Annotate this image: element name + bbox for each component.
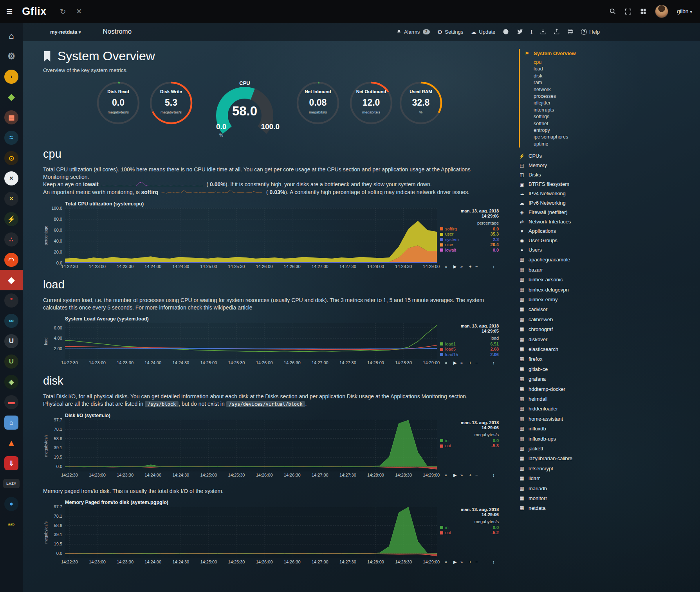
system-load-chart[interactable]: System Load Average (system.load) load 2… <box>43 316 519 367</box>
legend-row-nice[interactable]: nice20.4 <box>440 242 499 248</box>
app-icon-green-arrow[interactable]: ◆ <box>0 87 23 107</box>
twitter-icon[interactable] <box>516 29 523 35</box>
menu-section-link-btrfs-filesystem[interactable]: ▣BTRFS filesystem <box>519 180 617 189</box>
chart-toolbox-zoom-in-icon[interactable]: + <box>469 473 471 477</box>
menu-container-letsencrypt[interactable]: ▦letsencrypt <box>519 464 617 473</box>
chart-toolbox-forwards-icon[interactable]: » <box>460 360 463 365</box>
chart-toolbox-zoom-in-icon[interactable]: + <box>469 560 471 564</box>
chart-toolbox-play-icon[interactable]: ▶ <box>453 360 456 365</box>
menu-section-link-network-interfaces[interactable]: ⇄Network Interfaces <box>519 217 617 227</box>
refresh-icon[interactable]: ↻ <box>60 8 66 15</box>
user-menu[interactable]: gilbn ▾ <box>677 8 692 14</box>
menu-container-diskover[interactable]: ▦diskover <box>519 335 617 344</box>
menu-container-calibreweb[interactable]: ▦calibreweb <box>519 315 617 324</box>
app-icon-plex[interactable]: › <box>0 67 23 87</box>
app-icon-u-green-app[interactable]: U <box>0 351 23 372</box>
alarms-button[interactable]: Alarms2 <box>396 29 430 35</box>
app-icon-u-light-app[interactable]: U <box>0 331 23 351</box>
chart-toolbox-forwards-icon[interactable]: » <box>460 264 463 269</box>
menu-section-link-cpus[interactable]: ⚡CPUs <box>519 151 617 161</box>
chart-resize-handle-icon[interactable]: ↕ <box>493 473 495 477</box>
menu-sub-uptime[interactable]: uptime <box>534 141 617 148</box>
legend-row-out[interactable]: out-5.3 <box>440 443 499 449</box>
menu-container-firefox[interactable]: ▦firefox <box>519 354 617 364</box>
load-plot-area[interactable] <box>65 323 437 359</box>
legend-row-softirq[interactable]: softirq0.0 <box>440 227 499 232</box>
menu-container-apacheguacamole[interactable]: ▦apacheguacamole <box>519 255 617 265</box>
gauge-net-outbound[interactable]: Net Outbound12.0megabits/s <box>346 81 397 125</box>
chart-toolbox-backwards-icon[interactable]: « <box>445 360 447 365</box>
disk-io-chart[interactable]: Disk I/O (system.io) megabytes/s 0.019.5… <box>43 413 519 479</box>
chart-resize-handle-icon[interactable]: ↕ <box>493 560 495 564</box>
github-icon[interactable] <box>503 29 509 35</box>
menu-container-chronograf[interactable]: ▦chronograf <box>519 324 617 334</box>
menu-container-monitorr[interactable]: ▦monitorr <box>519 493 617 503</box>
legend-row-load15[interactable]: load152.06 <box>440 352 499 358</box>
app-icon-red-download[interactable]: ⇓ <box>0 453 23 473</box>
menu-container-influxdb[interactable]: ▦influxdb <box>519 424 617 434</box>
menu-section-link-ipv4-networking[interactable]: ☁IPv4 Networking <box>519 189 617 198</box>
legend-row-load1[interactable]: load16.51 <box>440 342 499 347</box>
menu-section-link-applications[interactable]: ♥Applications <box>519 227 617 236</box>
menu-container-home-assistant[interactable]: ▦home-assistant <box>519 414 617 424</box>
menu-section-link-firewall-netfilter-[interactable]: ◈Firewall (netfilter) <box>519 208 617 217</box>
gauge-disk-write[interactable]: Disk Write5.3megabytes/s <box>146 81 197 125</box>
chart-toolbox-forwards-icon[interactable]: » <box>460 473 463 477</box>
help-button[interactable]: ?Help <box>581 29 600 35</box>
chart-toolbox-backwards-icon[interactable]: « <box>445 560 447 564</box>
menu-sub-disk[interactable]: disk <box>534 73 617 79</box>
app-icon-guacamole[interactable]: ∴ <box>0 229 23 250</box>
gauge-cpu-gauge[interactable]: CPU58.00.0100.0% <box>206 81 284 140</box>
cpu-utilization-chart[interactable]: Total CPU utilization (system.cpu) perce… <box>43 201 519 270</box>
app-icon-kodi[interactable]: × <box>0 189 23 209</box>
gauge-net-inbound[interactable]: Net Inbound0.08megabits/s <box>292 81 343 125</box>
chart-resize-handle-icon[interactable]: ↕ <box>493 264 495 269</box>
avatar[interactable] <box>655 5 668 18</box>
menu-sub-load[interactable]: load <box>534 66 617 72</box>
menu-container-influxdb-ups[interactable]: ▦influxdb-ups <box>519 434 617 444</box>
app-icon-stack[interactable]: ▤ <box>0 107 23 128</box>
chart-toolbox-forwards-icon[interactable]: » <box>460 560 463 564</box>
search-icon[interactable] <box>609 8 616 15</box>
print-icon[interactable] <box>567 29 574 35</box>
menu-container-jackett[interactable]: ▦jackett <box>519 444 617 453</box>
menu-container-elasticsearch[interactable]: ▦elasticsearch <box>519 344 617 354</box>
facebook-icon[interactable]: f <box>530 29 532 35</box>
legend-row-out[interactable]: out-5.2 <box>440 530 499 536</box>
update-button[interactable]: ☁Update <box>471 29 495 35</box>
legend-row-system[interactable]: system2.3 <box>440 237 499 243</box>
chart-toolbox-play-icon[interactable]: ▶ <box>453 560 456 565</box>
menu-container-gitlab-ce[interactable]: ▦gitlab-ce <box>519 364 617 374</box>
menu-container-hiddenloader[interactable]: ▦hiddenloader <box>519 404 617 414</box>
disk-plot-area[interactable] <box>65 420 437 471</box>
menu-container-mariadb[interactable]: ▦mariadb <box>519 484 617 493</box>
app-icon-home[interactable]: ⌂ <box>0 26 23 46</box>
menu-container-binhex-delugevpn[interactable]: ▦binhex-delugevpn <box>519 285 617 295</box>
legend-row-load5[interactable]: load52.68 <box>440 347 499 352</box>
gauge-disk-read[interactable]: Disk Read0.0megabytes/s <box>93 81 144 125</box>
app-icon-heimdall[interactable]: ⌂ <box>0 412 23 433</box>
menu-container-cadvisor[interactable]: ▦cadvisor <box>519 304 617 314</box>
menu-section-link-memory[interactable]: ▤Memory <box>519 161 617 170</box>
menu-container-grafana[interactable]: ▦grafana <box>519 374 617 384</box>
legend-row-in[interactable]: in0.0 <box>440 525 499 531</box>
menu-section-link-disks[interactable]: ◫Disks <box>519 170 617 180</box>
menu-container-bazarr[interactable]: ▦bazarr <box>519 265 617 275</box>
menu-container-binhex-emby[interactable]: ▦binhex-emby <box>519 295 617 304</box>
app-icon-cloud-app[interactable]: ∞ <box>0 311 23 331</box>
menu-section-link-system-overview[interactable]: ⚑System Overview <box>524 49 617 58</box>
legend-row-iowait[interactable]: iowait0.0 <box>440 248 499 253</box>
app-icon-gitlab[interactable]: ▲ <box>0 433 23 453</box>
hamburger-menu-icon[interactable]: ≡ <box>6 6 13 17</box>
app-icon-orange-app[interactable]: ◠ <box>0 250 23 270</box>
app-icon-soundwaves[interactable]: ≈ <box>0 128 23 148</box>
chart-toolbox-zoom-out-icon[interactable]: − <box>475 360 478 365</box>
menu-container-binhex-airsonic[interactable]: ▦binhex-airsonic <box>519 275 617 284</box>
app-icon-lazylibrarian[interactable]: LAZY <box>0 473 23 494</box>
menu-sub-ipc-semaphores[interactable]: ipc semaphores <box>534 134 617 140</box>
menu-sub-network[interactable]: network <box>534 86 617 93</box>
chart-toolbox-zoom-out-icon[interactable]: − <box>475 473 478 477</box>
menu-sub-cpu[interactable]: cpu <box>534 59 617 66</box>
chart-toolbox-zoom-in-icon[interactable]: + <box>469 360 471 365</box>
menu-sub-softnet[interactable]: softnet <box>534 121 617 127</box>
